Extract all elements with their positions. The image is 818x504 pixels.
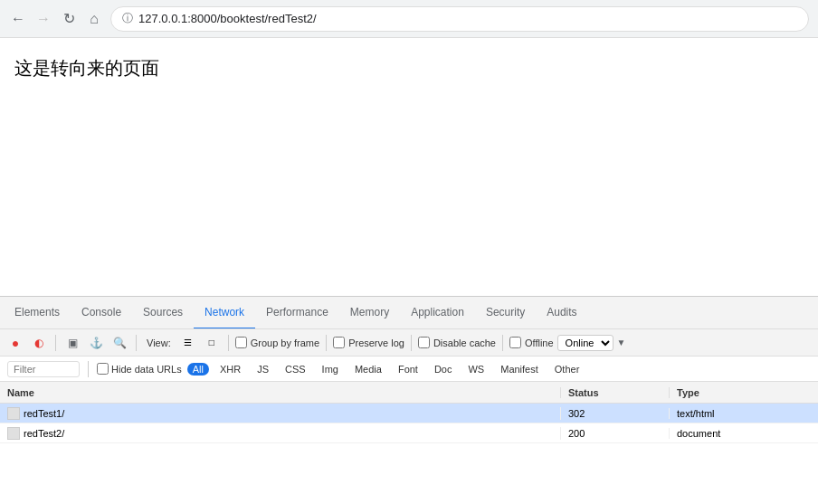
devtools-panel: Elements Console Sources Network Perform… bbox=[0, 296, 818, 504]
row-name-2: redTest2/ bbox=[0, 427, 561, 440]
table-header: Name Status Type bbox=[0, 382, 818, 404]
tab-application[interactable]: Application bbox=[400, 297, 475, 329]
search-button[interactable]: 🔍 bbox=[109, 333, 129, 353]
col-type-header: Type bbox=[670, 387, 818, 398]
record-button[interactable]: ● bbox=[5, 333, 25, 353]
filter-button[interactable]: ⚓ bbox=[86, 333, 106, 353]
tab-memory[interactable]: Memory bbox=[339, 297, 400, 329]
group-by-frame-label[interactable]: Group by frame bbox=[235, 337, 319, 348]
view-label: View: bbox=[147, 338, 171, 348]
row-status-2: 200 bbox=[561, 428, 670, 439]
row-type-1: text/html bbox=[670, 408, 818, 419]
filter-input[interactable] bbox=[7, 361, 80, 377]
table-row[interactable]: redTest1/ 302 text/html bbox=[0, 404, 818, 423]
tab-elements[interactable]: Elements bbox=[4, 297, 71, 329]
address-bar[interactable]: ⓘ 127.0.0.1:8000/booktest/redTest2/ bbox=[110, 6, 809, 32]
throttle-dropdown-arrow[interactable]: ▼ bbox=[617, 338, 626, 347]
hide-data-urls-checkbox[interactable] bbox=[97, 363, 109, 375]
separator-4 bbox=[326, 335, 327, 351]
row-type-2: document bbox=[670, 428, 818, 439]
row-icon-1 bbox=[7, 407, 20, 420]
tab-performance[interactable]: Performance bbox=[255, 297, 339, 329]
tab-security[interactable]: Security bbox=[475, 297, 536, 329]
forward-button[interactable]: → bbox=[34, 10, 52, 28]
clear-button[interactable]: ◐ bbox=[29, 333, 49, 353]
row-icon-2 bbox=[7, 427, 20, 440]
filter-xhr-button[interactable]: XHR bbox=[214, 363, 246, 376]
filter-media-button[interactable]: Media bbox=[349, 363, 387, 376]
filter-js-button[interactable]: JS bbox=[252, 363, 274, 376]
filter-other-button[interactable]: Other bbox=[549, 363, 585, 376]
lock-icon: ⓘ bbox=[122, 11, 133, 26]
col-status-header: Status bbox=[561, 387, 670, 398]
throttle-select[interactable]: Online bbox=[557, 335, 614, 351]
reload-button[interactable]: ↻ bbox=[60, 10, 78, 28]
separator-1 bbox=[55, 335, 56, 351]
group-by-frame-checkbox[interactable] bbox=[235, 337, 247, 348]
offline-checkbox[interactable] bbox=[509, 337, 521, 348]
tab-console[interactable]: Console bbox=[71, 297, 132, 329]
disable-cache-label[interactable]: Disable cache bbox=[418, 337, 496, 348]
home-button[interactable]: ⌂ bbox=[85, 10, 103, 28]
offline-label[interactable]: Offline bbox=[509, 337, 554, 348]
tab-sources[interactable]: Sources bbox=[132, 297, 194, 329]
separator-3 bbox=[228, 335, 229, 351]
filter-bar: Hide data URLs All XHR JS CSS Img Media … bbox=[0, 357, 818, 382]
filter-css-button[interactable]: CSS bbox=[280, 363, 311, 376]
separator-6 bbox=[502, 335, 503, 351]
view-list-button[interactable]: ☰ bbox=[178, 333, 198, 353]
tab-network[interactable]: Network bbox=[194, 297, 255, 329]
disable-cache-checkbox[interactable] bbox=[418, 337, 430, 348]
preserve-log-checkbox[interactable] bbox=[333, 337, 345, 348]
network-table: Name Status Type redTest1/ 302 text/html… bbox=[0, 382, 818, 504]
url-text: 127.0.0.1:8000/booktest/redTest2/ bbox=[138, 12, 317, 25]
row-name-1: redTest1/ bbox=[0, 407, 561, 420]
separator-5 bbox=[411, 335, 412, 351]
tab-audits[interactable]: Audits bbox=[536, 297, 587, 329]
page-content: 这是转向来的页面 bbox=[0, 38, 818, 296]
preserve-log-label[interactable]: Preserve log bbox=[333, 337, 404, 348]
browser-chrome: ← → ↻ ⌂ ⓘ 127.0.0.1:8000/booktest/redTes… bbox=[0, 0, 818, 38]
table-row[interactable]: redTest2/ 200 document bbox=[0, 423, 818, 443]
filter-doc-button[interactable]: Doc bbox=[429, 363, 458, 376]
separator-2 bbox=[136, 335, 137, 351]
filter-img-button[interactable]: Img bbox=[317, 363, 344, 376]
hide-data-urls-label[interactable]: Hide data URLs bbox=[97, 363, 182, 375]
page-main-text: 这是转向来的页面 bbox=[14, 56, 804, 81]
network-toolbar: ● ◐ ▣ ⚓ 🔍 View: ☰ □ Group by frame Prese… bbox=[0, 329, 818, 357]
filter-manifest-button[interactable]: Manifest bbox=[495, 363, 544, 376]
col-name-header: Name bbox=[0, 387, 561, 398]
filter-separator bbox=[88, 361, 89, 377]
filter-ws-button[interactable]: WS bbox=[462, 363, 490, 376]
row-status-1: 302 bbox=[561, 408, 670, 419]
devtools-tabbar: Elements Console Sources Network Perform… bbox=[0, 297, 818, 329]
filter-font-button[interactable]: Font bbox=[393, 363, 423, 376]
filter-all-button[interactable]: All bbox=[187, 363, 209, 376]
back-button[interactable]: ← bbox=[9, 10, 27, 28]
view-waterfall-button[interactable]: □ bbox=[202, 333, 222, 353]
capture-screenshots-button[interactable]: ▣ bbox=[62, 333, 82, 353]
